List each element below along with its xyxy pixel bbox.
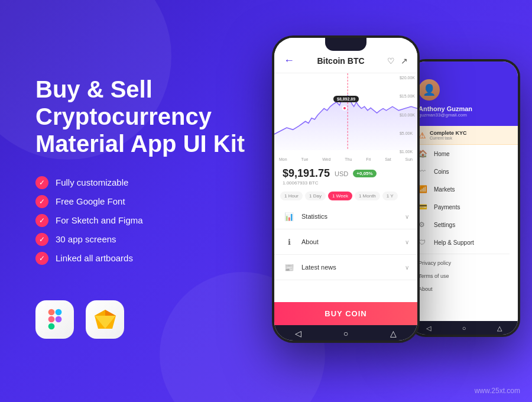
side-nav-back[interactable]: ◁ <box>426 325 431 332</box>
heart-icon[interactable]: ♡ <box>387 56 395 66</box>
features-list: ✓ Fully customizable ✓ Free Google Font … <box>35 176 260 271</box>
feature-item: ✓ For Sketch and Figma <box>35 214 260 227</box>
home-icon: 🏠 <box>419 150 428 158</box>
sidenav-label: Coins <box>434 168 449 175</box>
statistics-icon: 📊 <box>283 210 296 223</box>
chart-x-labels: Mon Tue Wed Thu Fri Sat Sun <box>274 156 417 163</box>
feature-label: Fully customizable <box>56 177 128 187</box>
feature-label: Linked all artboards <box>56 253 133 263</box>
time-filter-1week[interactable]: 1 Week <box>328 192 352 200</box>
sidenav-coins[interactable]: 〰 Coins <box>410 163 518 180</box>
phones-area: ← Bitcoin BTC ♡ ↗ $20.00K $15.00K $10.00… <box>272 24 520 343</box>
about-link[interactable]: About <box>410 283 518 296</box>
time-filters: 1 Hour 1 Day 1 Week 1 Month 1 Y <box>274 188 417 204</box>
sidenav-settings[interactable]: ⚙ Settings <box>410 216 518 234</box>
feature-item: ✓ 30 app screens <box>35 233 260 246</box>
x-label: Fri <box>366 157 371 161</box>
kyc-text: Complete KYC Current task <box>430 130 467 140</box>
coins-icon: 〰 <box>419 167 428 176</box>
price-change: +0,05% <box>353 170 376 177</box>
accordion-about[interactable]: ℹ About ∨ <box>274 229 417 255</box>
x-label: Mon <box>279 157 287 161</box>
check-icon: ✓ <box>35 195 48 208</box>
about-icon: ℹ <box>283 235 296 248</box>
avatar: 👤 <box>419 79 440 100</box>
user-name: Anthony Guzman <box>419 105 510 112</box>
side-nav-home[interactable]: ○ <box>462 325 466 332</box>
header-actions: ♡ ↗ <box>387 56 408 66</box>
kyc-banner[interactable]: ⚠ Complete KYC Current task <box>410 126 518 145</box>
phone-screen: ← Bitcoin BTC ♡ ↗ $20.00K $15.00K $10.00… <box>274 38 417 341</box>
sidenav-label: Markets <box>434 186 455 193</box>
side-phone-nav: ◁ ○ △ <box>410 321 518 335</box>
chevron-icon: ∨ <box>405 213 409 220</box>
nav-recent[interactable]: △ <box>390 329 397 338</box>
feature-item: ✓ Free Google Font <box>35 195 260 208</box>
sketch-icon-box <box>86 300 124 339</box>
figma-icon-box <box>35 300 74 339</box>
phone-notch <box>325 38 366 51</box>
x-label: Sun <box>406 157 413 161</box>
accordion-statistics[interactable]: 📊 Statistics ∨ <box>274 204 417 229</box>
check-icon: ✓ <box>35 214 48 227</box>
nav-home[interactable]: ○ <box>343 329 348 338</box>
chart-dot <box>342 106 347 111</box>
feature-label: Free Google Font <box>56 196 125 206</box>
check-icon: ✓ <box>35 176 48 189</box>
x-label: Thu <box>345 157 352 161</box>
sidenav-markets[interactable]: 📶 Markets <box>410 180 518 198</box>
accordion-news[interactable]: 📰 Latest news ∨ <box>274 255 417 280</box>
nav-back[interactable]: ◁ <box>295 329 301 338</box>
sidenav-payments[interactable]: 💳 Payments <box>410 198 518 216</box>
buy-button[interactable]: BUY COIN <box>274 302 417 325</box>
sidenav-label: Help & Support <box>434 239 474 246</box>
time-filter-1hour[interactable]: 1 Hour <box>280 192 303 200</box>
help-icon: 🛡 <box>419 238 428 247</box>
chart-area: $20.00K $15.00K $10.00K $5.00K $1.00K <box>274 73 417 156</box>
chart-tooltip: $8,892.89 <box>333 96 359 102</box>
y-label: $15.00K <box>400 94 415 98</box>
price-row: $9,191.75 USD +0,05% <box>283 167 409 180</box>
svg-rect-0 <box>48 309 54 316</box>
y-label: $1.00K <box>400 150 415 154</box>
side-phone: 👤 Anthony Guzman guzman33@gmail.com ⚠ Co… <box>408 59 520 337</box>
main-phone: ← Bitcoin BTC ♡ ↗ $20.00K $15.00K $10.00… <box>272 35 420 343</box>
main-title: Buy & SellCryptocurrencyMaterial App UI … <box>35 76 260 157</box>
check-icon: ✓ <box>35 252 48 265</box>
privacy-link[interactable]: Privacy policy <box>410 257 518 270</box>
payments-icon: 💳 <box>419 203 428 211</box>
time-filter-1day[interactable]: 1 Day <box>305 192 326 200</box>
kyc-title: Complete KYC <box>430 130 467 136</box>
y-label: $10.00K <box>400 113 415 117</box>
kyc-subtitle: Current task <box>430 136 467 140</box>
feature-item: ✓ Linked all artboards <box>35 252 260 265</box>
price-section: $9,191.75 USD +0,05% 1.00067933 BTC <box>274 163 417 188</box>
about-label: About <box>301 238 405 245</box>
side-header: 👤 Anthony Guzman guzman33@gmail.com <box>410 61 518 126</box>
svg-point-4 <box>55 316 61 323</box>
svg-rect-2 <box>48 316 54 323</box>
terms-link[interactable]: Terms of use <box>410 270 518 283</box>
y-label: $20.00K <box>400 76 415 80</box>
user-email: guzman33@gmail.com <box>419 112 510 118</box>
btc-amount: 1.00067933 BTC <box>283 180 409 186</box>
statistics-label: Statistics <box>301 213 405 220</box>
chart-y-labels: $20.00K $15.00K $10.00K $5.00K $1.00K <box>400 73 415 156</box>
svg-rect-1 <box>55 309 61 316</box>
sidenav-home[interactable]: 🏠 Home <box>410 145 518 163</box>
news-label: Latest news <box>301 264 405 271</box>
tool-icons <box>35 300 260 339</box>
app-title: Bitcoin BTC <box>317 56 364 66</box>
x-label: Tue <box>301 157 308 161</box>
back-button[interactable]: ← <box>284 54 294 67</box>
sidenav-label: Home <box>434 151 450 157</box>
chevron-icon: ∨ <box>405 264 409 271</box>
feature-item: ✓ Fully customizable <box>35 176 260 189</box>
sidenav-label: Payments <box>434 204 460 210</box>
sidenav-label: Settings <box>434 222 455 228</box>
side-nav-recent[interactable]: △ <box>497 325 502 332</box>
share-icon[interactable]: ↗ <box>401 56 408 66</box>
sidenav-help[interactable]: 🛡 Help & Support <box>410 234 518 251</box>
time-filter-1month[interactable]: 1 Month <box>355 192 380 200</box>
time-filter-1year[interactable]: 1 Y <box>382 192 398 200</box>
